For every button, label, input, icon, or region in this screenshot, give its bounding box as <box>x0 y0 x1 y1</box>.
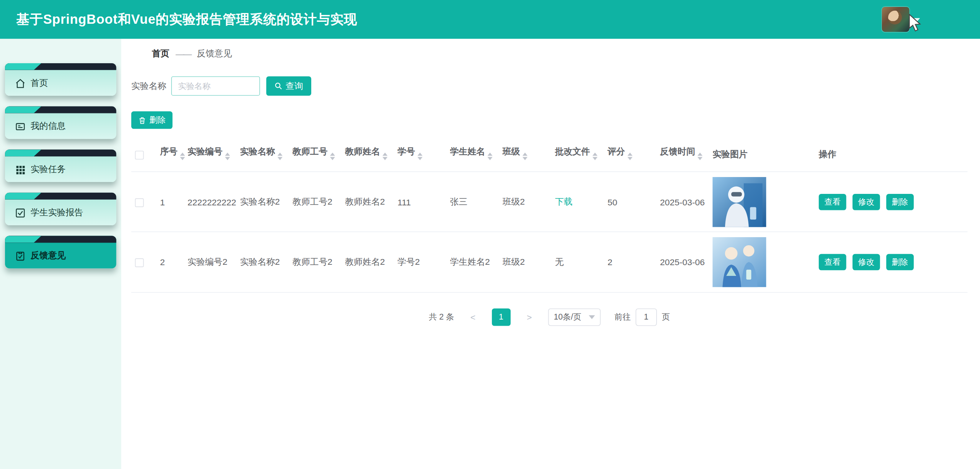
sidebar-item-experiment-tasks[interactable]: 实验任务 <box>5 149 116 182</box>
main-content: 首页 —— 反馈意见 实验名称 查询 删除 <box>121 39 980 469</box>
cell-exp-name: 实验名称2 <box>236 232 289 292</box>
sidebar-item-label: 学生实验报告 <box>31 207 83 218</box>
cell-teacher-name: 教师姓名2 <box>341 232 394 292</box>
sort-caret-icon[interactable] <box>523 150 528 163</box>
sort-caret-icon[interactable] <box>278 150 283 163</box>
prev-page-button[interactable]: < <box>468 312 478 322</box>
sort-caret-icon[interactable] <box>627 150 632 163</box>
sidebar-item-label: 我的信息 <box>31 121 65 132</box>
sort-caret-icon[interactable] <box>225 150 230 163</box>
sidebar-item-my-info[interactable]: 我的信息 <box>5 107 116 139</box>
column-header-exp-name[interactable]: 实验名称 <box>236 138 289 172</box>
cell-class: 班级2 <box>499 232 551 292</box>
app-header: 基于SpringBoot和Vue的实验报告管理系统的设计与实现 <box>0 0 980 39</box>
column-header-score[interactable]: 评分 <box>604 138 656 172</box>
feedback-icon <box>15 251 26 261</box>
trash-icon <box>138 116 146 124</box>
search-input[interactable] <box>171 76 260 96</box>
sidebar-item-feedback[interactable]: 反馈意见 <box>5 236 116 269</box>
sort-caret-icon[interactable] <box>418 150 423 163</box>
sidebar-item-label: 实验任务 <box>31 164 65 175</box>
cell-teacher-no: 教师工号2 <box>289 232 341 292</box>
search-bar: 实验名称 查询 <box>131 76 967 96</box>
report-icon <box>15 207 26 218</box>
cell-score: 2 <box>604 232 656 292</box>
download-link[interactable]: 下载 <box>555 196 573 206</box>
cell-exp-name: 实验名称2 <box>236 172 289 232</box>
column-header-time[interactable]: 反馈时间 <box>656 138 709 172</box>
page-size-select[interactable]: 10条/页 <box>548 308 601 326</box>
table-row: 2 实验编号2 实验名称2 教师工号2 教师姓名2 学号2 学生姓名2 班级2 … <box>131 232 967 292</box>
column-header-teacher-no[interactable]: 教师工号 <box>289 138 341 172</box>
home-icon <box>15 78 26 89</box>
sort-caret-icon[interactable] <box>180 150 185 163</box>
view-button[interactable]: 查看 <box>819 254 846 270</box>
cell-score: 50 <box>604 172 656 232</box>
edit-button[interactable]: 修改 <box>853 254 880 270</box>
sidebar-item-home[interactable]: 首页 <box>5 63 116 96</box>
cell-student-name: 张三 <box>446 172 499 232</box>
row-checkbox[interactable] <box>135 258 144 267</box>
page-number-button[interactable]: 1 <box>492 308 510 326</box>
sort-caret-icon[interactable] <box>382 150 387 163</box>
breadcrumb: 首页 —— 反馈意见 <box>131 39 967 59</box>
app-window: 基于SpringBoot和Vue的实验报告管理系统的设计与实现 首页 我的信息 … <box>0 0 980 469</box>
select-all-checkbox[interactable] <box>135 151 144 160</box>
feedback-table: 序号 实验编号 实验名称 教师工号 教师姓名 学号 学生姓名 班级 批改文件 评… <box>131 138 967 292</box>
goto-page-input[interactable] <box>635 308 657 326</box>
sidebar-item-label: 首页 <box>31 77 48 89</box>
next-page-button[interactable]: > <box>524 312 534 322</box>
cell-student-name: 学生姓名2 <box>446 232 499 292</box>
experiment-image[interactable] <box>712 237 766 287</box>
cell-class: 班级2 <box>499 172 551 232</box>
pagination: 共 2 条 < 1 > 10条/页 前往 页 <box>131 303 967 331</box>
column-header-index[interactable]: 序号 <box>156 138 184 172</box>
table-header-row: 序号 实验编号 实验名称 教师工号 教师姓名 学号 学生姓名 班级 批改文件 评… <box>131 138 967 172</box>
chevron-down-icon <box>589 315 595 319</box>
sort-caret-icon[interactable] <box>487 150 492 163</box>
sidebar: 首页 我的信息 实验任务 学生实验报告 反馈意见 <box>0 39 121 469</box>
view-button[interactable]: 查看 <box>819 194 846 210</box>
profile-icon <box>15 121 26 132</box>
breadcrumb-home[interactable]: 首页 <box>152 48 170 59</box>
tasks-icon <box>15 164 26 175</box>
breadcrumb-current: 反馈意见 <box>197 48 232 59</box>
query-button[interactable]: 查询 <box>266 76 312 96</box>
avatar[interactable] <box>882 7 910 32</box>
pagination-total: 共 2 条 <box>429 311 454 322</box>
search-icon <box>274 82 283 90</box>
column-header-class[interactable]: 班级 <box>499 138 551 172</box>
edit-button[interactable]: 修改 <box>853 194 880 210</box>
sort-caret-icon[interactable] <box>330 150 335 163</box>
delete-row-button[interactable]: 删除 <box>886 194 914 210</box>
cell-index: 2 <box>156 232 184 292</box>
row-checkbox[interactable] <box>135 198 144 207</box>
column-header-image: 实验图片 <box>709 138 815 172</box>
cell-index: 1 <box>156 172 184 232</box>
cell-time: 2025-03-06 <box>656 232 709 292</box>
delete-button[interactable]: 删除 <box>131 112 173 129</box>
goto-suffix: 页 <box>662 311 670 322</box>
breadcrumb-separator: —— <box>176 49 191 59</box>
cell-exp-no: 实验编号2 <box>184 232 236 292</box>
page-title: 基于SpringBoot和Vue的实验报告管理系统的设计与实现 <box>16 11 357 28</box>
column-header-actions: 操作 <box>815 138 967 172</box>
column-header-teacher-name[interactable]: 教师姓名 <box>341 138 394 172</box>
sort-caret-icon[interactable] <box>593 150 598 163</box>
column-header-student-no[interactable]: 学号 <box>394 138 446 172</box>
experiment-image[interactable] <box>712 177 766 227</box>
sort-caret-icon[interactable] <box>697 150 702 163</box>
sidebar-item-student-reports[interactable]: 学生实验报告 <box>5 193 116 225</box>
search-label: 实验名称 <box>131 80 166 92</box>
cell-file: 无 <box>551 232 604 292</box>
goto-label: 前往 <box>614 311 630 322</box>
cell-teacher-name: 教师姓名2 <box>341 172 394 232</box>
caret-down-icon[interactable] <box>913 18 920 22</box>
cell-student-no: 111 <box>394 172 446 232</box>
column-header-exp-no[interactable]: 实验编号 <box>184 138 236 172</box>
column-header-student-name[interactable]: 学生姓名 <box>446 138 499 172</box>
cell-teacher-no: 教师工号2 <box>289 172 341 232</box>
column-header-file[interactable]: 批改文件 <box>551 138 604 172</box>
cell-exp-no: 2222222222 <box>184 172 236 232</box>
delete-row-button[interactable]: 删除 <box>886 254 914 270</box>
